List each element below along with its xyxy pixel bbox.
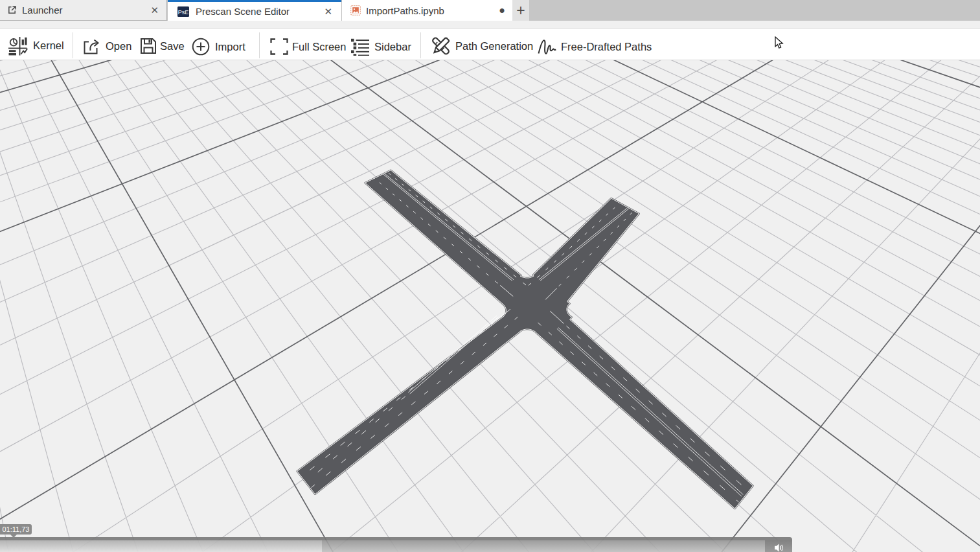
svg-text:PsE: PsE — [178, 9, 189, 16]
